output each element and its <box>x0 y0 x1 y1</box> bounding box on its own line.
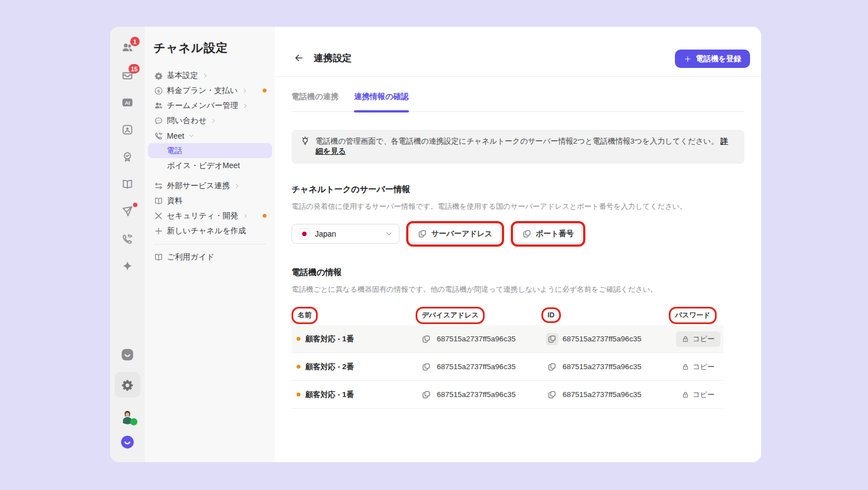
channel-talk-launcher[interactable] <box>120 434 135 450</box>
settings-sidebar: チャネル設定 基本設定 料金プラン・支払い チームメンバー管理 問い合わせ Me… <box>145 27 275 462</box>
annotation-ring-password: パスワード <box>669 307 717 324</box>
app-window: 1 15 <box>110 27 761 462</box>
sidebar-item-label: ご利用ガイド <box>167 252 214 262</box>
chevron-right-icon <box>243 103 248 109</box>
register-phone-button[interactable]: 電話機を登録 <box>675 50 750 68</box>
copy-port-button[interactable]: ポート番号 <box>514 224 582 243</box>
phone-info-title: 電話機の情報 <box>292 267 744 278</box>
copy-password-button[interactable]: コピー <box>676 331 721 347</box>
sidebar-item-inquiry[interactable]: 問い合わせ <box>145 113 275 128</box>
contact-card-icon <box>121 123 134 136</box>
copy-icon <box>422 390 431 399</box>
id-value: 687515a2737ff5a96c35 <box>563 390 642 399</box>
lock-icon <box>682 363 689 371</box>
chat-bubble-icon <box>154 116 164 126</box>
annotation-ring-port: ポート番号 <box>511 221 585 247</box>
sparkle-nav-button[interactable] <box>121 259 134 273</box>
sidebar-item-external-services[interactable]: 外部サービス連携 <box>145 178 275 193</box>
icon-rail: 1 15 <box>110 27 145 462</box>
sparkle-icon <box>121 259 134 273</box>
ai-icon <box>121 96 134 109</box>
main-header: 連携設定 電話機を登録 <box>275 27 761 77</box>
sidebar-item-basic-settings[interactable]: 基本設定 <box>145 68 275 83</box>
copy-id-button[interactable] <box>546 333 558 345</box>
copy-icon <box>548 335 556 344</box>
meet-nav-button[interactable] <box>121 232 134 246</box>
annotation-ring-name: 名前 <box>292 307 318 324</box>
copy-icon <box>548 362 556 371</box>
inbox-nav-button[interactable]: 15 <box>121 68 134 82</box>
customers-nav-button[interactable] <box>121 123 134 136</box>
device-address-cell: 687515a2737ff5a96c35 <box>420 361 546 373</box>
lightbulb-icon <box>300 136 310 146</box>
copy-server-address-label: サーバーアドレス <box>431 229 492 239</box>
orange-status-dot <box>297 337 300 341</box>
phone-info-description: 電話機ごとに異なる機器固有の情報です。他の電話機が間違って連携しないように必ず名… <box>292 285 744 295</box>
sidebar-item-voice-video-meet[interactable]: ボイス・ビデオMeet <box>145 158 275 173</box>
tab-bar: 電話機の連携 連携情報の確認 <box>292 92 744 112</box>
notice-body: 電話機の管理画面で、各電話機の連携設定にチャネルトークのサーバー情報2つと電話機… <box>315 137 718 145</box>
copy-password-button[interactable]: コピー <box>676 387 721 403</box>
sidebar-item-label: 資料 <box>167 196 183 206</box>
col-header-name: 名前 <box>298 311 312 319</box>
country-select-value: Japan <box>315 229 336 238</box>
copy-device-address-button[interactable] <box>420 389 432 401</box>
sidebar-item-label: 基本設定 <box>167 71 198 81</box>
main-panel: 連携設定 電話機を登録 電話機の連携 連携情報の確認 電話機の管理画面で、各電話… <box>275 27 761 462</box>
phone-name: 顧客対応 - 1番 <box>305 334 354 344</box>
table-row: 顧客対応 - 1番 687515a2737ff5a96c35 687515a27… <box>292 325 723 353</box>
copy-password-button[interactable]: コピー <box>676 359 721 375</box>
device-address-value: 687515a2737ff5a96c35 <box>437 335 516 343</box>
channel-app-button[interactable] <box>120 347 135 362</box>
campaign-nav-button[interactable] <box>121 205 134 218</box>
tab-link-info-confirm[interactable]: 連携情報の確認 <box>354 92 408 111</box>
lock-icon <box>682 335 689 343</box>
settings-nav-button-selected[interactable] <box>115 372 140 398</box>
sidebar-divider <box>154 244 266 244</box>
sidebar-item-materials[interactable]: 資料 <box>145 193 275 208</box>
user-avatar[interactable] <box>119 408 136 424</box>
gear-icon <box>154 71 164 81</box>
sidebar-item-billing[interactable]: 料金プラン・支払い <box>145 83 275 98</box>
phone-icon <box>121 232 134 246</box>
table-header-row: 名前 デバイスアドレス ID パスワード <box>292 305 723 325</box>
orange-dot <box>263 89 267 92</box>
sidebar-item-label: 電話 <box>167 146 183 156</box>
contacts-nav-button[interactable]: 1 <box>121 41 134 55</box>
country-select[interactable]: Japan <box>292 224 400 244</box>
sidebar-item-team-members[interactable]: チームメンバー管理 <box>145 98 275 113</box>
sidebar-item-label: チームメンバー管理 <box>167 101 238 111</box>
copy-icon <box>418 229 427 238</box>
tab-phone-link[interactable]: 電話機の連携 <box>292 92 338 111</box>
phone-table: 名前 デバイスアドレス ID パスワード 顧客対応 - 1番 687515a27… <box>292 305 723 409</box>
sidebar-item-create-channel[interactable]: 新しいチャネルを作成 <box>145 223 275 238</box>
device-address-value: 687515a2737ff5a96c35 <box>437 390 516 399</box>
table-row: 顧客対応 - 2番 687515a2737ff5a96c35 687515a27… <box>292 353 723 381</box>
device-address-cell: 687515a2737ff5a96c35 <box>420 389 546 401</box>
server-info-description: 電話の発着信に使用するサーバー情報です。電話機を使用する国のサーバーアドレスとポ… <box>292 202 744 212</box>
marketing-nav-button[interactable] <box>121 150 134 164</box>
password-cell: コピー <box>673 359 723 375</box>
sidebar-item-user-guide[interactable]: ご利用ガイド <box>145 249 275 264</box>
docs-nav-button[interactable] <box>121 178 134 191</box>
book-icon <box>154 196 164 206</box>
copy-id-button[interactable] <box>546 361 558 373</box>
copy-password-label: コピー <box>693 334 715 344</box>
phone-name: 顧客対応 - 1番 <box>305 390 354 400</box>
phone-icon <box>154 131 164 141</box>
copy-id-button[interactable] <box>546 389 558 401</box>
lock-icon <box>682 391 689 399</box>
copy-password-label: コピー <box>693 390 715 400</box>
copy-device-address-button[interactable] <box>420 361 432 373</box>
sidebar-item-phone-selected[interactable]: 電話 <box>148 143 272 158</box>
copy-server-address-button[interactable]: サーバーアドレス <box>410 224 501 243</box>
chevron-right-icon <box>242 88 248 94</box>
sidebar-item-label: セキュリティ・開発 <box>167 211 238 221</box>
sidebar-title: チャネル設定 <box>145 40 275 56</box>
back-button[interactable] <box>293 52 304 63</box>
ai-nav-button[interactable] <box>121 96 134 109</box>
sidebar-item-meet[interactable]: Meet <box>145 128 275 143</box>
server-info-title: チャネルトークのサーバー情報 <box>292 184 744 195</box>
copy-device-address-button[interactable] <box>420 333 432 345</box>
sidebar-item-security-dev[interactable]: セキュリティ・開発 <box>145 208 275 223</box>
